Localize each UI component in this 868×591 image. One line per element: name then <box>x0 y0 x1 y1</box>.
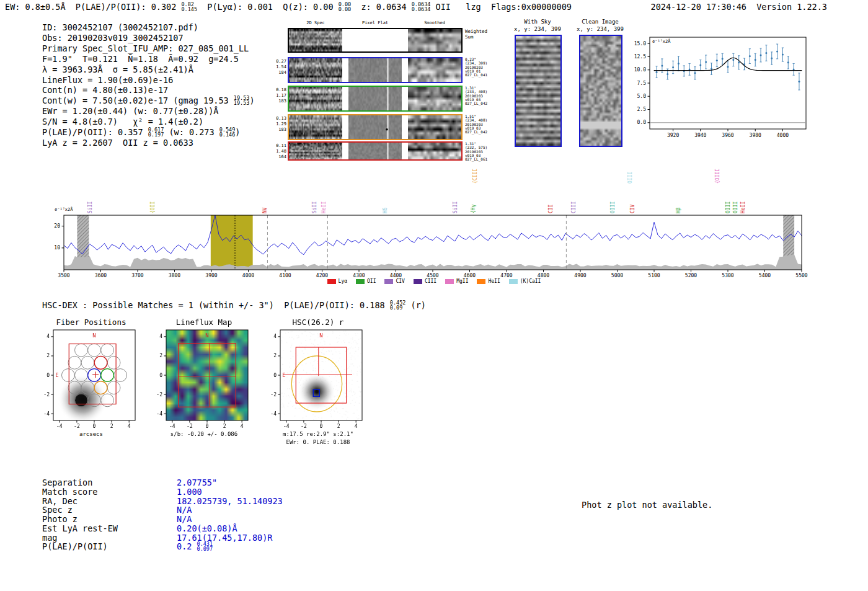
legend-swatch <box>477 279 485 284</box>
data-point <box>755 59 756 61</box>
x-tick-label: 5500 <box>795 273 807 278</box>
catalog-match-table: Separation2.07755"Match score1.000RA, De… <box>42 478 283 551</box>
stacked-fraction: 0.4520.09 <box>390 301 406 309</box>
fraction-bottom: 0.00 <box>339 7 351 12</box>
info-line: λ = 3963.93Å σ = 5.85(±2.41)Å <box>42 64 255 75</box>
data-point <box>738 61 740 63</box>
x-tick-label: 4 <box>241 424 244 429</box>
left-label: 183 <box>273 99 286 104</box>
text-segment: ID: 3002452107 (3002452107.pdf) <box>42 22 198 32</box>
smoothed-image <box>408 87 461 110</box>
fraction-bottom: 0.145 <box>181 7 197 12</box>
info-line: F=1.9" T=0.121 N̄=1.18 Ā=0.92 g=24.5 <box>42 54 255 64</box>
legend-item: HeII <box>477 278 500 284</box>
fraction-bottom: 0.097 <box>197 546 213 552</box>
text-segment: Primary Spec_Slot_IFU_AMP: 027_085_001_L… <box>42 43 249 53</box>
text-segment: (w: 0.273 <box>164 127 219 137</box>
spec2d-row-annotation: 0.23"(234, 399)20190203v019_01027_LL_041 <box>465 58 487 77</box>
legend-swatch <box>356 279 365 284</box>
text-segment: OII lzg Flags:0x00000009 <box>430 2 572 12</box>
catalog-object-marker <box>313 389 319 396</box>
match-field-value: 0.20(±0.08)Å <box>177 524 237 533</box>
east-label: E <box>55 372 58 378</box>
y-tick-label: 10 <box>54 245 60 251</box>
emission-line-label: OIII <box>627 172 633 184</box>
y-tick-label: -4 <box>43 411 50 417</box>
data-point <box>699 64 701 66</box>
fiber-positions-plot: -4-4-2-2002244NE <box>32 313 150 443</box>
fiber-circle <box>68 381 81 394</box>
legend-swatch <box>414 279 422 284</box>
text-segment: ) <box>235 127 240 137</box>
stacked-fraction: 0.4310.097 <box>197 542 213 551</box>
x-tick-label: 5200 <box>685 273 697 278</box>
lineflux-map-panel: Lineflux Map s/b: -0.20 +/- 0.086 -4-4-2… <box>145 313 263 453</box>
emission-line-label: SiII <box>87 202 93 213</box>
left-label: 0.13 <box>273 116 286 122</box>
spec2d-image <box>289 58 342 82</box>
match-table-row: P(LAE)/P(OII)0.2 0.4310.097 <box>42 542 283 551</box>
spec2d-image <box>289 115 342 139</box>
spec2d-row-left-labels: 0.271.54184 <box>273 59 286 76</box>
smoothed-image <box>408 143 461 159</box>
stacked-fraction: 0.820.145 <box>181 2 197 11</box>
selected-fiber-circle <box>94 381 107 394</box>
data-point <box>678 63 680 64</box>
y-tick-label: -2 <box>43 392 50 398</box>
x-tick-label: 4 <box>128 424 131 429</box>
x-tick-label: 4200 <box>316 273 328 278</box>
smoothed-image <box>408 58 461 82</box>
x-tick-label: 3960 <box>722 133 733 138</box>
detection-info-block: ID: 3002452107 (3002452107.pdf)Obs: 2019… <box>42 22 255 148</box>
left-label: 0.27 <box>273 59 286 64</box>
spec2d-row-annotation: 1.51"(234, 408)20190203v019_03027_LL_042 <box>465 115 487 134</box>
spec2d-column-header: Smoothed <box>407 20 463 25</box>
x-tick-label: 4700 <box>500 273 512 278</box>
text-segment: LyA z = 2.2607 OII z = 0.0633 <box>42 138 193 148</box>
lineflux-map-plot: -4-4-2-2002244N <box>145 313 263 443</box>
emission-line-legend: LyαOIICIVCIIIMgIIHeII(K)CaII <box>37 278 831 284</box>
match-field-label: P(LAE)/P(OII) <box>42 542 177 551</box>
text-segment: P(Lyα): 0.001 Q(z): 0.00 <box>197 2 339 12</box>
match-table-row: Match score1.000 <box>42 487 283 497</box>
data-point <box>765 52 767 54</box>
x-tick-label: 5400 <box>759 273 771 278</box>
y-tick-label: 4 <box>159 334 162 339</box>
legend-item: OII <box>356 278 376 284</box>
fiber-circle <box>75 344 88 357</box>
data-point <box>749 55 751 57</box>
x-tick-label: 4000 <box>777 133 789 138</box>
info-line: LineFlux = 1.90(±0.69)e-16 <box>42 75 255 86</box>
fraction-bottom: 0.197 <box>148 132 164 138</box>
data-point <box>689 68 691 70</box>
fiber-circle <box>88 344 101 357</box>
emission-line-label: HeII <box>740 202 746 213</box>
text-segment: 182.025739, 51.140923 <box>177 496 283 506</box>
legend-label: CIII <box>425 278 436 284</box>
fraction-bottom: 0.09 <box>390 305 406 311</box>
text-segment: EWr = 1.20(±0.44) (w: 0.77(±0.28))Å <box>42 106 218 116</box>
flux-spectrum-line <box>64 215 802 255</box>
x-tick-label: -2 <box>301 424 307 429</box>
info-line: ID: 3002452107 (3002452107.pdf) <box>42 22 255 33</box>
annotation-line: 027_LL_042 <box>465 130 487 134</box>
y-tick-label: -2 <box>270 392 277 398</box>
match-field-label: Est LyA rest-EW <box>42 524 177 533</box>
stacked-fraction: 0.6170.197 <box>148 128 164 136</box>
legend-item: Lyα <box>327 278 347 284</box>
data-point <box>760 54 762 56</box>
fraction-bottom: 0.0634 <box>412 7 431 12</box>
match-table-row: Est LyA rest-EW0.20(±0.08)Å <box>42 524 283 533</box>
fiber-circle <box>61 369 74 382</box>
x-tick-label: -4 <box>169 424 175 429</box>
detection-region-band <box>211 215 253 270</box>
text-segment: 0.20(±0.08)Å <box>177 523 237 533</box>
data-point <box>776 50 778 52</box>
x-tick-label: 3920 <box>667 133 679 138</box>
legend-swatch <box>509 279 518 284</box>
fraction-bottom: 0.146 <box>219 132 236 138</box>
text-segment: S/N = 4.8(±0.7) χ² = 1.4(±0.2) <box>42 117 203 127</box>
y-tick-label: 2 <box>159 353 162 358</box>
x-tick-label: 5300 <box>722 273 733 278</box>
text-segment: ) <box>249 96 254 105</box>
